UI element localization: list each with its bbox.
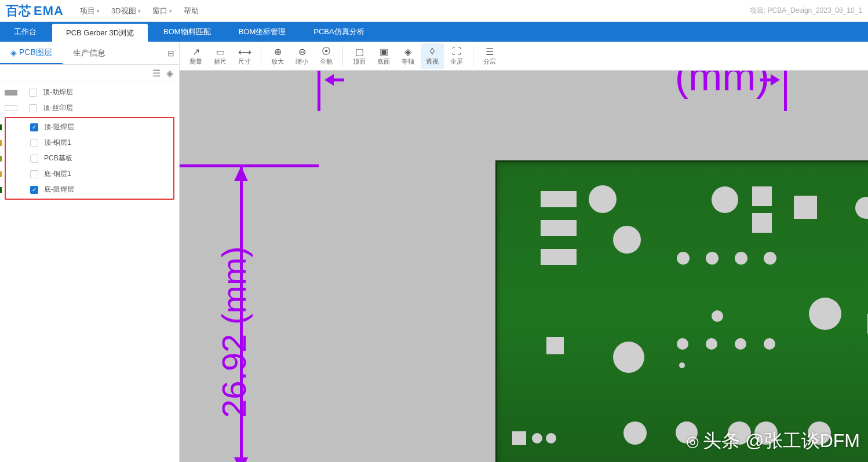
menu-window[interactable]: 窗口▾: [147, 6, 178, 16]
pad-square: [546, 337, 564, 354]
viewport-3d[interactable]: (mm) 26.92 (mm): [180, 71, 868, 462]
pad-circle: [706, 252, 719, 265]
tool-icon: ⊖: [298, 46, 306, 57]
layer-checkbox[interactable]: [30, 139, 38, 147]
tool-标尺[interactable]: ▭标尺: [209, 43, 232, 69]
annotation-highlight: ✓ 顶-阻焊层 顶-铜层1 PCB基板 底-铜层1: [5, 117, 174, 200]
pad-circle: [532, 433, 542, 443]
menu-label: 项目: [80, 6, 95, 16]
layer-label: 顶-助焊层: [43, 87, 73, 97]
arrow-down-icon: [229, 449, 253, 462]
layer-checkbox[interactable]: [29, 104, 37, 112]
watermark-icon: ◎: [686, 432, 699, 450]
tool-等轴[interactable]: ◈等轴: [396, 43, 420, 69]
project-name: PCBA_Design_2023_08_10_1: [768, 6, 862, 14]
layer-checkbox[interactable]: ✓: [30, 186, 38, 194]
list-view-icon[interactable]: ☰: [152, 68, 161, 79]
separator: [261, 46, 261, 67]
layer-row-top-mask[interactable]: ✓ 顶-阻焊层: [7, 119, 172, 135]
watermark: ◎ 头条 @张工谈DFM: [686, 428, 860, 454]
tool-测量[interactable]: ↗测量: [184, 43, 207, 69]
tool-label: 标尺: [214, 57, 227, 66]
tool-顶面[interactable]: ▢顶面: [348, 43, 371, 69]
tool-分层[interactable]: ☰分层: [478, 43, 501, 69]
tool-透视[interactable]: ◊透视: [421, 43, 444, 69]
tab-pcba-sim[interactable]: PCBA仿真分析: [300, 22, 378, 42]
tool-全貌[interactable]: ⦿全貌: [315, 43, 338, 69]
pad-circle: [712, 310, 723, 322]
layer-row-top-paste[interactable]: 顶-助焊层: [5, 85, 174, 100]
tab-label: PCBA仿真分析: [313, 27, 364, 37]
layer-label: 底-铜层1: [44, 169, 71, 179]
tool-底面[interactable]: ▣底面: [372, 43, 395, 69]
menu-3d-view[interactable]: 3D视图▾: [105, 6, 147, 16]
chevron-down-icon: ▾: [138, 8, 141, 14]
layer-checkbox[interactable]: [30, 155, 38, 163]
tab-workbench[interactable]: 工作台: [0, 22, 50, 42]
sidebar: ◈PCB图层 生产信息 ⊟ ☰ ◈ 顶-助焊层 顶-丝印层 ✓: [0, 42, 180, 462]
layer-label: 底-阻焊层: [44, 185, 74, 195]
svg-marker-2: [234, 166, 248, 181]
side-tab-production[interactable]: 生产信息: [63, 42, 116, 64]
dim-width-text: (mm): [675, 71, 769, 100]
pad-circle: [764, 252, 776, 265]
tool-缩小[interactable]: ⊖缩小: [290, 43, 313, 69]
svg-marker-3: [234, 457, 248, 462]
main-panel: ↗测量▭标尺⟷尺寸⊕放大⊖缩小⦿全貌▢顶面▣底面◈等轴◊透视⛶全屏☰分层 (mm…: [180, 42, 868, 462]
layer-row-top-silk[interactable]: 顶-丝印层: [5, 100, 174, 116]
layer-checkbox[interactable]: [29, 89, 37, 97]
tool-label: 尺寸: [238, 57, 251, 66]
tool-icon: ▣: [380, 46, 388, 57]
layer-swatch: [0, 124, 2, 130]
layer-swatch: [5, 90, 17, 96]
pad-circle: [677, 338, 688, 350]
collapse-icon[interactable]: ⊟: [163, 46, 179, 60]
tool-全屏[interactable]: ⛶全屏: [445, 43, 468, 69]
pad-circle: [589, 185, 617, 213]
layer-swatch: [0, 140, 2, 146]
tool-label: 测量: [189, 57, 202, 66]
pad-circle: [764, 338, 775, 350]
stack-view-icon[interactable]: ◈: [166, 68, 173, 79]
tool-label: 透视: [426, 57, 439, 66]
layer-label: 顶-丝印层: [43, 103, 73, 113]
tool-label: 顶面: [353, 57, 366, 66]
menu-label: 3D视图: [111, 6, 136, 16]
arrow-right-icon: [759, 71, 780, 93]
chevron-down-icon: ▾: [97, 8, 100, 14]
tool-尺寸[interactable]: ⟷尺寸: [233, 43, 256, 69]
layer-label: PCB基板: [44, 153, 72, 163]
pad-circle: [712, 186, 738, 213]
menu-help[interactable]: 帮助: [178, 6, 205, 16]
tab-gerber-3d[interactable]: PCB Gerber 3D浏览: [52, 24, 148, 42]
pad-circle: [706, 338, 717, 350]
app-logo: 百芯 EMA: [6, 2, 64, 20]
tool-放大[interactable]: ⊕放大: [266, 43, 289, 69]
svg-marker-1: [771, 74, 780, 86]
tab-bom-match[interactable]: BOM物料匹配: [149, 22, 225, 42]
side-tab-label: 生产信息: [73, 48, 105, 58]
tab-bom-coord[interactable]: BOM坐标管理: [225, 22, 300, 42]
side-tab-layers[interactable]: ◈PCB图层: [0, 42, 63, 64]
layer-row-bot-mask[interactable]: ✓ 底-阻焊层: [7, 182, 172, 197]
pad-rect: [541, 249, 577, 265]
tool-label: 缩小: [296, 57, 308, 66]
viewer-toolbar: ↗测量▭标尺⟷尺寸⊕放大⊖缩小⦿全貌▢顶面▣底面◈等轴◊透视⛶全屏☰分层: [180, 42, 868, 71]
tab-label: PCB Gerber 3D浏览: [66, 28, 134, 38]
layer-checkbox[interactable]: [30, 170, 38, 178]
layer-checkbox[interactable]: ✓: [30, 123, 38, 131]
tool-icon: ◈: [404, 46, 411, 57]
layer-swatch: [0, 187, 2, 193]
pad-circle: [735, 338, 746, 350]
side-tabs: ◈PCB图层 生产信息 ⊟: [0, 42, 179, 65]
layer-row-pcb-core[interactable]: PCB基板: [7, 151, 172, 166]
layer-list: 顶-助焊层 顶-丝印层 ✓ 顶-阻焊层 顶-铜层1: [0, 82, 179, 462]
tool-label: 分层: [483, 57, 496, 66]
layer-row-bot-copper[interactable]: 底-铜层1: [7, 166, 172, 182]
dim-tick: [784, 71, 787, 111]
pad-rect: [541, 191, 577, 207]
tool-icon: ☰: [486, 46, 494, 57]
pad-circle: [855, 197, 868, 219]
menu-project[interactable]: 项目▾: [74, 6, 105, 16]
layer-row-top-copper[interactable]: 顶-铜层1: [7, 135, 172, 151]
